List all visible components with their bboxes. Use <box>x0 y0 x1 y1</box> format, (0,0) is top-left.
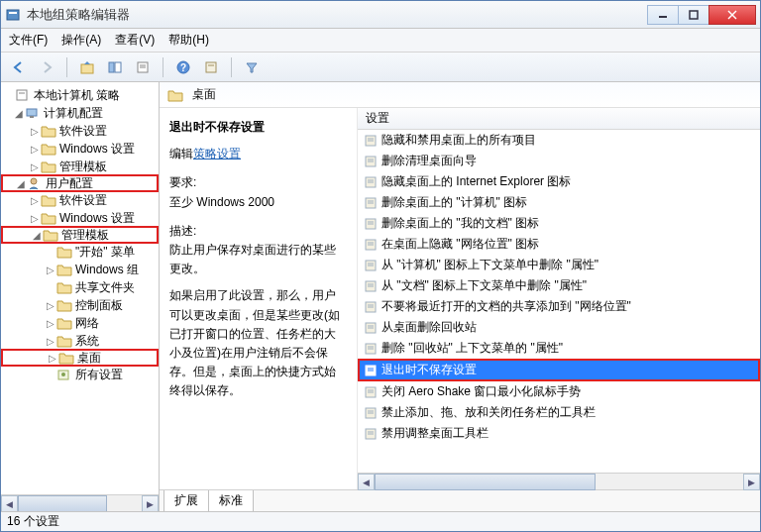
expand-icon[interactable]: ▷ <box>29 195 41 206</box>
expand-icon[interactable]: ▷ <box>45 300 56 311</box>
tree-root[interactable]: 本地计算机 策略 <box>1 86 159 104</box>
tabs: 扩展 标准 <box>160 489 760 511</box>
list-item[interactable]: 隐藏桌面上的 Internet Explorer 图标 <box>358 171 760 192</box>
expand-icon[interactable]: ▷ <box>47 353 58 364</box>
tree-wincomp[interactable]: ▷Windows 组 <box>1 261 159 278</box>
folder-icon <box>41 142 56 156</box>
tab-standard[interactable]: 标准 <box>208 490 254 512</box>
tree-user-tmpl[interactable]: ◢管理模板 <box>1 226 159 244</box>
tree-user[interactable]: ◢用户配置 <box>1 174 159 192</box>
back-button[interactable] <box>7 55 31 79</box>
list-item[interactable]: 隐藏和禁用桌面上的所有项目 <box>358 130 760 151</box>
titlebar[interactable]: 本地组策略编辑器 <box>1 1 760 29</box>
settings-list[interactable]: 隐藏和禁用桌面上的所有项目删除清理桌面向导隐藏桌面上的 Internet Exp… <box>358 130 760 473</box>
pane-title: 桌面 <box>192 86 216 103</box>
tree-user-soft[interactable]: ▷软件设置 <box>1 191 159 209</box>
folder-icon <box>41 193 56 207</box>
forward-button[interactable] <box>35 55 58 79</box>
expand-icon[interactable]: ▷ <box>29 213 41 224</box>
collapse-icon[interactable]: ◢ <box>15 178 27 189</box>
tree-net[interactable]: ▷网络 <box>1 314 159 332</box>
list-item[interactable]: 禁用调整桌面工具栏 <box>358 423 760 444</box>
scroll-thumb[interactable] <box>375 474 596 490</box>
settings-list-wrap: 设置 隐藏和禁用桌面上的所有项目删除清理桌面向导隐藏桌面上的 Internet … <box>358 108 760 489</box>
tree-user-win[interactable]: ▷Windows 设置 <box>1 209 159 227</box>
list-item[interactable]: 从 "计算机" 图标上下文菜单中删除 "属性" <box>358 255 760 275</box>
expand-icon[interactable]: ▷ <box>45 318 56 329</box>
help-button[interactable]: ? <box>171 55 195 79</box>
tree-comp-tmpl[interactable]: ▷管理模板 <box>1 158 159 175</box>
maximize-button[interactable] <box>678 5 709 25</box>
tree-allset[interactable]: 所有设置 <box>1 366 159 383</box>
menu-file[interactable]: 文件(F) <box>9 32 48 49</box>
list-item-label: 隐藏和禁用桌面上的所有项目 <box>381 132 536 149</box>
edit-policy-link[interactable]: 策略设置 <box>193 147 241 160</box>
folder-icon <box>56 298 72 312</box>
scroll-right-icon[interactable]: ▶ <box>743 474 760 490</box>
list-hscroll[interactable]: ◀ ▶ <box>358 473 760 489</box>
properties-button[interactable] <box>199 55 223 79</box>
tree-share[interactable]: 共享文件夹 <box>1 278 159 296</box>
list-item[interactable]: 退出时不保存设置 <box>358 359 760 381</box>
req-label: 要求: <box>169 173 347 192</box>
menu-action[interactable]: 操作(A) <box>61 32 101 49</box>
show-hide-tree-button[interactable] <box>103 55 127 79</box>
tree-pane[interactable]: 本地计算机 策略 ◢计算机配置 ▷软件设置 ▷Windows 设置 ▷管理模板 … <box>1 82 160 511</box>
app-window: 本地组策略编辑器 文件(F) 操作(A) 查看(V) 帮助(H) ? 本地计算机… <box>0 0 761 532</box>
up-button[interactable] <box>75 55 99 79</box>
tree-computer[interactable]: ◢计算机配置 <box>1 104 159 122</box>
list-item-label: 删除清理桌面向导 <box>381 153 477 169</box>
tree-start[interactable]: "开始" 菜单 <box>1 243 159 261</box>
user-icon <box>27 176 43 190</box>
list-item[interactable]: 禁止添加、拖、放和关闭任务栏的工具栏 <box>358 402 760 423</box>
setting-icon <box>364 134 378 148</box>
folder-icon <box>56 316 72 330</box>
collapse-icon[interactable]: ◢ <box>31 230 43 241</box>
list-item[interactable]: 关闭 Aero Shake 窗口最小化鼠标手势 <box>358 381 760 402</box>
expand-icon[interactable]: ▷ <box>45 336 56 347</box>
tree-ctrl[interactable]: ▷控制面板 <box>1 296 159 314</box>
tree-hscroll[interactable]: ◀ ▶ <box>1 494 159 511</box>
tree-comp-soft[interactable]: ▷软件设置 <box>1 122 159 140</box>
list-item[interactable]: 在桌面上隐藏 "网络位置" 图标 <box>358 234 760 255</box>
expand-icon[interactable]: ▷ <box>29 144 41 155</box>
setting-icon <box>364 155 378 168</box>
list-item[interactable]: 从桌面删除回收站 <box>358 317 760 338</box>
scroll-thumb[interactable] <box>18 495 107 511</box>
setting-icon <box>364 300 378 314</box>
close-button[interactable] <box>708 5 756 25</box>
svg-rect-18 <box>27 109 37 116</box>
list-item[interactable]: 从 "文档" 图标上下文菜单中删除 "属性" <box>358 275 760 296</box>
column-header[interactable]: 设置 <box>358 108 760 130</box>
setting-icon <box>364 364 378 377</box>
expand-icon[interactable]: ▷ <box>29 126 41 137</box>
filter-button[interactable] <box>240 55 264 79</box>
description-pane: 退出时不保存设置 编辑策略设置 要求: 至少 Windows 2000 描述: … <box>160 108 358 489</box>
list-item[interactable]: 删除桌面上的 "我的文档" 图标 <box>358 213 760 234</box>
list-item[interactable]: 删除清理桌面向导 <box>358 151 760 171</box>
list-item[interactable]: 删除桌面上的 "计算机" 图标 <box>358 192 760 213</box>
scroll-left-icon[interactable]: ◀ <box>1 495 18 511</box>
export-button[interactable] <box>131 55 155 79</box>
minimize-button[interactable] <box>647 5 679 25</box>
setting-icon <box>364 175 378 189</box>
expand-icon[interactable]: ▷ <box>29 161 41 172</box>
tree-desktop[interactable]: ▷桌面 <box>1 349 159 367</box>
list-item-label: 删除 "回收站" 上下文菜单的 "属性" <box>381 340 563 357</box>
expand-icon[interactable]: ▷ <box>45 265 56 275</box>
settings-icon <box>56 368 72 381</box>
list-item[interactable]: 不要将最近打开的文档的共享添加到 "网络位置" <box>358 296 760 317</box>
folder-icon <box>56 245 72 259</box>
tab-extended[interactable]: 扩展 <box>163 490 209 512</box>
scroll-right-icon[interactable]: ▶ <box>142 495 159 511</box>
collapse-icon[interactable]: ◢ <box>13 108 25 119</box>
scroll-left-icon[interactable]: ◀ <box>358 474 375 490</box>
list-item[interactable]: 删除 "回收站" 上下文菜单的 "属性" <box>358 338 760 359</box>
folder-icon <box>43 228 58 242</box>
list-item-label: 禁用调整桌面工具栏 <box>381 425 489 442</box>
menu-help[interactable]: 帮助(H) <box>168 32 209 49</box>
menu-view[interactable]: 查看(V) <box>115 32 155 49</box>
tree-sys[interactable]: ▷系统 <box>1 332 159 350</box>
tree-comp-win[interactable]: ▷Windows 设置 <box>1 140 159 158</box>
svg-rect-16 <box>17 90 27 100</box>
